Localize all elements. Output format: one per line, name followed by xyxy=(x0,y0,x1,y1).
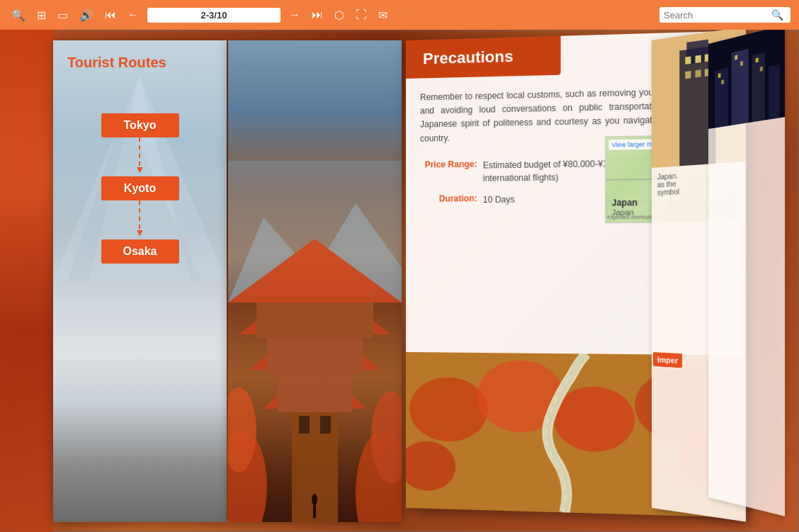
search-box: 🔍 xyxy=(659,7,790,23)
svg-rect-40 xyxy=(696,69,701,77)
svg-rect-49 xyxy=(735,55,737,60)
temple-photo-page xyxy=(228,40,402,522)
back2-image xyxy=(708,30,785,129)
back2-image-svg xyxy=(708,30,785,129)
prev-page-icon[interactable]: ← xyxy=(125,6,142,24)
svg-rect-43 xyxy=(715,68,728,128)
back-page-2 xyxy=(708,30,785,516)
svg-rect-46 xyxy=(769,64,780,120)
svg-rect-52 xyxy=(760,67,763,72)
route-badge-osaka: Osaka xyxy=(101,239,179,264)
duration-label: Duration: xyxy=(420,193,477,204)
route-arrow-1 xyxy=(67,137,212,176)
email-icon[interactable]: ✉ xyxy=(375,6,390,25)
svg-rect-13 xyxy=(299,416,310,434)
rect-icon[interactable]: ▭ xyxy=(55,6,71,25)
zoom-in-icon[interactable]: 🔍 xyxy=(8,6,28,25)
precautions-header: Precautions xyxy=(406,36,561,79)
share-icon[interactable]: ⬡ xyxy=(332,6,347,25)
search-input[interactable] xyxy=(664,10,769,21)
svg-rect-45 xyxy=(752,52,765,122)
main-content: Tourist Routes Tokyo Kyoto Osaka xyxy=(0,30,799,532)
temple-svg xyxy=(228,161,402,522)
route-kyoto: Kyoto xyxy=(67,176,212,200)
svg-rect-39 xyxy=(685,71,691,79)
toolbar: 🔍 ⊞ ▭ 🔊 ⏮ ← → ⏭ ⬡ ⛶ ✉ 🔍 xyxy=(0,0,799,30)
route-arrow-2 xyxy=(67,200,212,239)
first-page-icon[interactable]: ⏮ xyxy=(102,6,119,24)
svg-rect-20 xyxy=(313,505,316,518)
svg-rect-14 xyxy=(320,416,331,434)
page-left-title: Tourist Routes xyxy=(67,55,212,71)
svg-rect-36 xyxy=(685,57,691,64)
svg-point-19 xyxy=(312,494,317,505)
imper-badge: Imper xyxy=(653,352,682,368)
svg-rect-9 xyxy=(267,334,363,373)
fullscreen-icon[interactable]: ⛶ xyxy=(353,6,370,24)
route-tokyo: Tokyo xyxy=(67,113,212,137)
svg-rect-7 xyxy=(278,370,352,412)
tourist-routes-page: Tourist Routes Tokyo Kyoto Osaka xyxy=(53,40,227,522)
page-indicator[interactable] xyxy=(147,8,280,23)
route-badge-kyoto: Kyoto xyxy=(101,176,179,200)
grid-icon[interactable]: ⊞ xyxy=(34,6,49,25)
route-badge-tokyo: Tokyo xyxy=(101,113,179,137)
price-label: Price Range: xyxy=(420,159,477,169)
left-background xyxy=(0,30,53,532)
route-osaka: Osaka xyxy=(67,239,212,264)
svg-rect-11 xyxy=(256,302,373,338)
svg-rect-50 xyxy=(740,61,743,66)
map-country-label: Japan xyxy=(612,198,638,208)
map-sub-label: Japan xyxy=(612,208,635,217)
svg-rect-44 xyxy=(732,49,749,125)
last-page-icon[interactable]: ⏭ xyxy=(309,6,326,24)
back-text-3: symbol xyxy=(657,188,679,197)
svg-rect-48 xyxy=(721,79,724,84)
svg-rect-51 xyxy=(756,57,759,62)
search-icon[interactable]: 🔍 xyxy=(771,9,783,21)
svg-rect-37 xyxy=(696,55,701,63)
next-page-icon[interactable]: → xyxy=(286,6,303,24)
svg-rect-47 xyxy=(718,73,721,78)
speaker-icon[interactable]: 🔊 xyxy=(76,6,96,25)
page-left-content: Tourist Routes Tokyo Kyoto Osaka xyxy=(53,40,227,278)
